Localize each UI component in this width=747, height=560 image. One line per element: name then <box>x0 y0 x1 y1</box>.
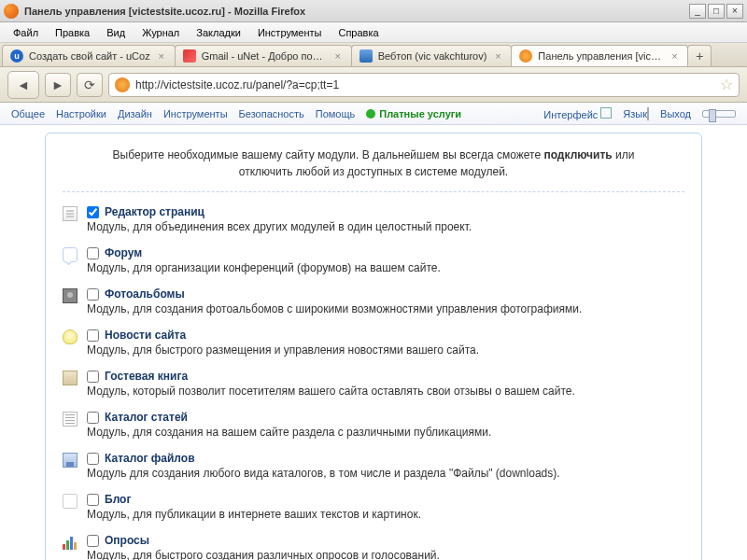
url-input[interactable] <box>135 78 714 91</box>
menu-history[interactable]: Журнал <box>134 25 187 40</box>
module-description: Модуль, для организации конференций (фор… <box>87 261 684 274</box>
module-checkbox[interactable] <box>87 453 99 465</box>
module-checkbox[interactable] <box>87 247 99 259</box>
close-icon[interactable]: × <box>332 50 344 62</box>
forward-button[interactable]: ► <box>45 73 71 97</box>
cp-settings[interactable]: Настройки <box>56 108 106 119</box>
bookmark-star-icon[interactable]: ☆ <box>720 76 733 93</box>
cp-language[interactable]: Язык <box>623 108 649 119</box>
ucoz-panel-icon <box>519 49 532 63</box>
module-title: Каталог файлов <box>105 452 195 465</box>
browser-menubar: Файл Правка Вид Журнал Закладки Инструме… <box>0 22 747 43</box>
close-button[interactable]: × <box>726 4 743 19</box>
menu-edit[interactable]: Правка <box>48 25 97 40</box>
module-checkbox[interactable] <box>87 329 99 342</box>
cp-security[interactable]: Безопасность <box>239 108 304 119</box>
close-icon[interactable]: × <box>492 50 503 62</box>
page-content: Общее Настройки Дизайн Инструменты Безоп… <box>0 103 747 560</box>
minimize-button[interactable]: _ <box>689 4 706 19</box>
module-description: Модуль, для публикации в интернете ваших… <box>87 508 684 521</box>
address-bar[interactable]: ☆ <box>108 73 740 97</box>
module-page-editor: Редактор страниц Модуль, для объединения… <box>63 205 684 233</box>
module-polls: Опросы Модуль, для быстрого создания раз… <box>63 534 684 560</box>
module-checkbox[interactable] <box>87 535 99 547</box>
russia-flag-icon <box>647 107 649 120</box>
module-articles: Каталог статей Модуль, для создания на в… <box>63 411 684 439</box>
window-title: Панель управления [victestsite.ucoz.ru] … <box>24 6 689 17</box>
module-description: Модуль, для быстрого размещения и управл… <box>87 343 684 357</box>
width-slider[interactable] <box>702 110 736 118</box>
module-description: Модуль для создания любого вида каталого… <box>87 467 684 480</box>
module-checkbox[interactable] <box>87 494 99 506</box>
module-blog: Блог Модуль, для публикации в интернете … <box>63 493 684 521</box>
module-panel: Выберите необходимые вашему сайту модули… <box>45 133 702 560</box>
menu-file[interactable]: Файл <box>6 25 46 40</box>
tab-ucoz[interactable]: u Создать свой сайт - uCoz × <box>2 45 176 66</box>
cp-help[interactable]: Помощь <box>316 108 356 119</box>
intro-text: Выберите необходимые вашему сайту модули… <box>63 147 684 192</box>
menu-help[interactable]: Справка <box>331 25 386 40</box>
module-news: Новости сайта Модуль, для быстрого разме… <box>63 329 684 357</box>
tab-gmail[interactable]: Gmail - uNet - Добро пожа… × <box>175 45 352 66</box>
module-title: Фотоальбомы <box>105 287 185 301</box>
module-description: Модуль, для создания фотоальбомов с широ… <box>87 302 684 315</box>
menu-view[interactable]: Вид <box>99 25 133 40</box>
page-editor-icon <box>63 206 78 221</box>
cp-interface[interactable]: Интерфейс <box>543 107 612 120</box>
module-description: Модуль, который позволит посетителям ваш… <box>87 385 684 398</box>
articles-icon <box>63 412 78 427</box>
module-title: Блог <box>105 493 131 506</box>
cp-logout[interactable]: Выход <box>660 108 691 119</box>
close-icon[interactable]: × <box>669 50 680 62</box>
cp-tools[interactable]: Инструменты <box>163 108 228 119</box>
cp-design[interactable]: Дизайн <box>118 108 152 119</box>
module-checkbox[interactable] <box>87 206 99 218</box>
module-files: Каталог файлов Модуль для создания любог… <box>63 452 684 480</box>
module-title: Новости сайта <box>105 329 186 342</box>
back-button[interactable]: ◄ <box>7 71 39 99</box>
reload-button[interactable]: ⟳ <box>77 73 103 97</box>
blog-icon <box>63 494 78 509</box>
maximize-button[interactable]: □ <box>708 4 725 19</box>
cp-paid-services[interactable]: Платные услуги <box>366 108 461 119</box>
close-icon[interactable]: × <box>156 50 167 62</box>
module-description: Модуль, для объединения всех других моду… <box>87 220 684 233</box>
new-tab-button[interactable]: + <box>687 45 712 66</box>
cp-general[interactable]: Общее <box>11 108 45 119</box>
interface-toggle-icon <box>600 107 612 119</box>
webtop-icon <box>359 49 373 63</box>
forum-icon <box>63 247 78 262</box>
module-description: Модуль, для создания на вашем сайте разд… <box>87 426 684 439</box>
module-guestbook: Гостевая книга Модуль, который позволит … <box>63 370 684 398</box>
disk-icon <box>63 453 78 468</box>
tab-webtop[interactable]: Вебтоп (vic vakchturov) × <box>351 45 513 66</box>
control-panel-nav: Общее Настройки Дизайн Инструменты Безоп… <box>0 103 747 125</box>
book-icon <box>63 371 78 385</box>
browser-navbar: ◄ ► ⟳ ☆ <box>0 67 747 103</box>
firefox-icon <box>4 4 19 19</box>
module-description: Модуль, для быстрого создания различных … <box>87 549 684 560</box>
module-photoalbums: Фотоальбомы Модуль, для создания фотоаль… <box>63 287 684 315</box>
module-checkbox[interactable] <box>87 412 99 424</box>
module-title: Каталог статей <box>105 411 188 424</box>
menu-tools[interactable]: Инструменты <box>250 25 330 40</box>
module-title: Гостевая книга <box>105 370 188 383</box>
tab-strip: u Создать свой сайт - uCoz × Gmail - uNe… <box>0 43 747 67</box>
poll-icon <box>63 535 78 550</box>
gmail-icon <box>183 49 196 63</box>
site-favicon <box>115 77 130 92</box>
module-checkbox[interactable] <box>87 371 99 383</box>
module-checkbox[interactable] <box>87 288 99 301</box>
menu-bookmarks[interactable]: Закладки <box>189 25 248 40</box>
module-title: Редактор страниц <box>105 205 204 218</box>
tab-control-panel[interactable]: Панель управления [victe… × <box>511 45 688 66</box>
ucoz-icon: u <box>10 49 23 63</box>
module-title: Форум <box>105 246 142 259</box>
module-title: Опросы <box>105 534 149 547</box>
module-forum: Форум Модуль, для организации конференци… <box>63 246 684 274</box>
photo-icon <box>63 288 78 303</box>
lightbulb-icon <box>63 329 78 344</box>
window-titlebar: Панель управления [victestsite.ucoz.ru] … <box>0 0 747 22</box>
module-list: Редактор страниц Модуль, для объединения… <box>63 205 684 560</box>
